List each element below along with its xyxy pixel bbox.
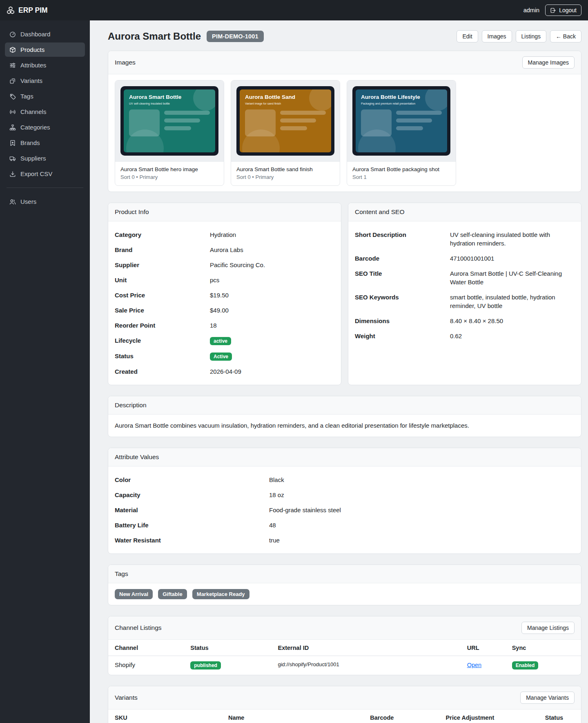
column-header-price-adjustment: Price Adjustment [439,710,539,723]
channel-listings-title: Channel Listings [115,624,162,632]
sidebar-item-attributes[interactable]: Attributes [5,58,85,72]
field-value: $49.00 [210,306,334,315]
sidebar-item-tags[interactable]: Tags [5,89,85,103]
column-header-url: URL [461,640,506,656]
sidebar-item-categories[interactable]: Categories [5,120,85,134]
sidebar-item-label: Categories [20,124,50,131]
categories-icon [9,124,16,131]
sidebar-item-label: Tags [20,93,33,100]
field-value: Aurora Smart Bottle | UV-C Self-Cleaning… [450,269,575,286]
download-icon [9,171,16,177]
field-label: Unit [115,276,210,284]
attr-row-water-resistant: Water Resistanttrue [115,533,575,548]
sidebar-item-variants[interactable]: Variants [5,74,85,88]
description-body: Aurora Smart Bottle combines vacuum insu… [108,415,581,437]
field-label: Dimensions [355,317,450,325]
mock-image-subtitle: Variant image for sand finish [245,102,326,105]
field-label: Created [115,367,210,376]
field-label: Reorder Point [115,321,210,330]
mock-device-frame: Aurora Bottle Lifestyle Packaging and pr… [352,86,450,156]
column-header-status: Status [539,710,581,723]
column-header-sku: SKU [108,710,222,723]
open-listing-link[interactable]: Open [467,662,481,668]
field-label: Water Resistant [115,536,269,544]
topbar-right: admin Logout [523,4,581,16]
mock-device-frame: Aurora Bottle Sand Variant image for san… [236,86,334,156]
field-label: SEO Title [355,269,450,286]
placeholder-bar [396,118,432,123]
attribute-values-card: Attribute Values ColorBlack Capacity18 o… [108,448,581,554]
back-button[interactable]: ← Back [550,30,581,42]
manage-listings-button[interactable]: Manage Listings [521,622,575,634]
image-sort-meta: Sort 0 • Primary [120,174,218,180]
sidebar-item-suppliers[interactable]: Suppliers [5,151,85,165]
field-label: Weight [355,332,450,340]
brand-label: ERP PIM [18,6,48,15]
logout-icon [550,7,556,13]
image-sort-meta: Sort 1 [352,174,450,180]
image-thumbnail: Aurora Smart Bottle UV self-cleaning ins… [115,80,224,161]
sidebar-item-channels[interactable]: Channels [5,105,85,119]
image-sort-meta: Sort 0 • Primary [236,174,334,180]
column-header-name: Name [222,710,363,723]
sidebar-item-label: Dashboard [20,31,50,38]
content-seo-card: Content and SEO Short DescriptionUV self… [348,203,581,385]
status-badge: Active [210,353,232,361]
info-row-category: CategoryHydration [115,227,334,242]
main-content: Aurora Smart Bottle PIM-DEMO-1001 Edit I… [90,20,588,723]
info-row-unit: Unitpcs [115,272,334,288]
placeholder-bar [396,111,442,115]
listings-button[interactable]: Listings [516,30,546,42]
attr-row-material: MaterialFood-grade stainless steel [115,502,575,518]
field-label: Battery Life [115,521,269,529]
manage-images-button[interactable]: Manage Images [522,56,575,69]
image-thumbnail: Aurora Bottle Lifestyle Packaging and pr… [347,80,456,161]
sidebar-item-brands[interactable]: Brands [5,136,85,150]
product-info-title: Product Info [115,208,149,216]
info-row-supplier: SupplierPacific Sourcing Co. [115,257,334,272]
field-label: SEO Keywords [355,293,450,310]
sidebar-item-users[interactable]: Users [5,194,85,209]
sidebar-item-label: Users [20,198,36,205]
description-card: Description Aurora Smart Bottle combines… [108,396,581,437]
info-row-sale-price: Sale Price$49.00 [115,303,334,318]
image-caption: Aurora Smart Bottle packaging shot [352,166,450,172]
topbar: ERP PIM admin Logout [0,0,588,20]
tag-badge: New Arrival [115,589,153,599]
sidebar-item-label: Channels [20,108,46,115]
sidebar-item-dashboard[interactable]: Dashboard [5,27,85,41]
sidebar-item-products[interactable]: Products [5,42,85,57]
decor-circle [309,89,331,111]
edit-button[interactable]: Edit [457,30,478,42]
logout-button[interactable]: Logout [545,4,581,16]
mock-device-frame: Aurora Smart Bottle UV self-cleaning ins… [120,86,218,156]
tags-card: Tags New Arrival Giftable Marketplace Re… [108,565,581,605]
field-label: Status [115,352,210,361]
column-header-barcode: Barcode [363,710,439,723]
sidebar-divider [7,187,83,188]
info-row-created: Created2026-04-09 [115,364,334,379]
placeholder-bar [280,126,307,130]
field-value: 2026-04-09 [210,367,334,376]
manage-variants-button[interactable]: Manage Variants [520,692,575,704]
sidebar-item-export-csv[interactable]: Export CSV [5,167,85,181]
field-label: Color [115,475,269,484]
info-row-brand: BrandAurora Labs [115,242,334,257]
field-label: Barcode [355,254,450,263]
field-value: 18 oz [269,491,575,499]
channel-listing-row: Shopify published gid://shopify/Product/… [108,656,581,675]
placeholder-bar [164,111,210,115]
sku-badge: PIM-DEMO-1001 [207,31,264,42]
mock-image-title: Aurora Bottle Lifestyle [361,94,442,100]
field-value: Pacific Sourcing Co. [210,261,334,269]
images-button[interactable]: Images [482,30,512,42]
channel-name-cell: Shopify [108,656,184,675]
placeholder-bar [280,118,316,123]
field-value: Hydration [210,230,334,239]
image-card: Aurora Bottle Sand Variant image for san… [231,80,340,186]
page-header: Aurora Smart Bottle PIM-DEMO-1001 Edit I… [108,30,581,42]
attribute-values-title: Attribute Values [115,453,159,461]
field-value: 0.62 [450,332,575,340]
description-title: Description [115,402,147,409]
images-card-title: Images [115,59,136,66]
